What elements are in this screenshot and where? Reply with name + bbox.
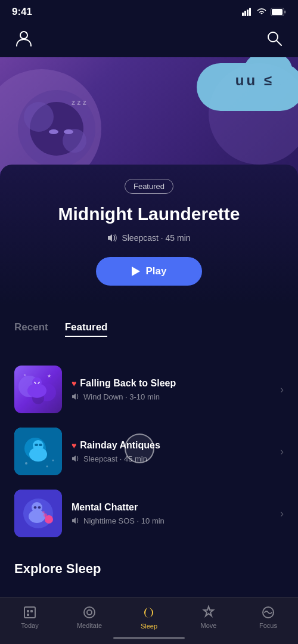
play-triangle-icon bbox=[132, 267, 140, 276]
hero-image: uu ≤ z z z bbox=[0, 57, 298, 177]
svg-point-40 bbox=[38, 506, 41, 509]
nav-meditate-label: Meditate bbox=[77, 622, 102, 629]
heart-icon: ♥ bbox=[72, 441, 76, 450]
play-label: Play bbox=[146, 265, 167, 277]
speaker-small-icon bbox=[72, 455, 80, 462]
svg-point-21 bbox=[32, 377, 42, 387]
tabs-row: Recent Featured bbox=[14, 321, 284, 337]
svg-rect-6 bbox=[284, 11, 286, 14]
focus-icon bbox=[261, 605, 275, 620]
nav-focus-label: Focus bbox=[259, 622, 277, 629]
featured-content: Featured Midnight Launderette Sleepcast … bbox=[0, 165, 298, 305]
status-bar: 9:41 bbox=[0, 0, 298, 23]
list-item[interactable]: ♥ Rainday Antiques Sleepcast · 45 min › bbox=[14, 420, 284, 482]
meditate-icon bbox=[82, 605, 97, 620]
svg-text:z z z: z z z bbox=[72, 98, 86, 107]
svg-rect-5 bbox=[272, 9, 283, 15]
profile-button[interactable] bbox=[14, 29, 33, 48]
list-items: ★ ★ ♥ Falling Back to Sleep Wind Down · … bbox=[0, 358, 298, 544]
item-thumbnail: ★ ★ bbox=[14, 366, 62, 413]
explore-title: Explore Sleep bbox=[14, 561, 284, 577]
tab-recent[interactable]: Recent bbox=[14, 321, 48, 337]
speaker-small-icon bbox=[72, 517, 80, 524]
item-thumbnail bbox=[14, 428, 62, 475]
item-title: Mental Chatter bbox=[72, 502, 271, 513]
svg-rect-3 bbox=[249, 8, 251, 16]
item-info: Mental Chatter Nighttime SOS · 10 min bbox=[72, 502, 271, 525]
nav-focus[interactable]: Focus bbox=[238, 605, 298, 629]
item-title: ♥ Falling Back to Sleep bbox=[72, 378, 271, 389]
status-icons bbox=[242, 8, 286, 16]
nav-today[interactable]: Today bbox=[0, 605, 60, 629]
svg-rect-46 bbox=[30, 610, 33, 612]
svg-point-43 bbox=[42, 511, 45, 513]
featured-badge: Featured bbox=[125, 179, 173, 194]
svg-rect-1 bbox=[244, 11, 246, 16]
wifi-icon bbox=[256, 8, 267, 16]
svg-rect-0 bbox=[242, 13, 244, 16]
svg-point-32 bbox=[25, 462, 27, 465]
svg-marker-50 bbox=[204, 606, 213, 616]
nav-move[interactable]: Move bbox=[179, 605, 238, 629]
item-info: ♥ Falling Back to Sleep Wind Down · 3-10… bbox=[72, 378, 271, 401]
svg-point-15 bbox=[64, 129, 73, 134]
search-icon bbox=[266, 30, 282, 46]
search-button[interactable] bbox=[265, 29, 284, 48]
svg-point-49 bbox=[87, 610, 92, 615]
hero-character: z z z bbox=[12, 69, 101, 171]
nav-move-label: Move bbox=[201, 622, 217, 629]
svg-point-42 bbox=[44, 513, 47, 517]
home-indicator bbox=[113, 637, 185, 639]
item-meta: Nighttime SOS · 10 min bbox=[72, 516, 271, 525]
svg-point-31 bbox=[39, 444, 42, 446]
nav-sleep[interactable]: Sleep bbox=[119, 605, 179, 630]
item-title: ♥ Rainday Antiques bbox=[72, 440, 271, 451]
svg-rect-2 bbox=[247, 10, 249, 16]
featured-meta-text: Sleepcast · 45 min bbox=[122, 233, 190, 243]
item-info: ♥ Rainday Antiques Sleepcast · 45 min bbox=[72, 440, 271, 463]
svg-point-39 bbox=[34, 506, 37, 509]
rainy-thumb-art bbox=[14, 428, 62, 475]
mental-thumb-art bbox=[14, 490, 62, 537]
svg-rect-47 bbox=[27, 614, 29, 616]
explore-section: Explore Sleep bbox=[0, 544, 298, 586]
move-icon bbox=[201, 605, 216, 620]
person-icon bbox=[16, 30, 32, 47]
svg-point-7 bbox=[20, 32, 27, 39]
nav-today-label: Today bbox=[21, 622, 38, 629]
nav-meditate[interactable]: Meditate bbox=[60, 605, 119, 629]
svg-point-33 bbox=[46, 466, 48, 467]
chevron-right-icon: › bbox=[280, 445, 284, 458]
tab-featured[interactable]: Featured bbox=[65, 321, 108, 337]
chevron-right-icon: › bbox=[280, 383, 284, 396]
heart-icon: ♥ bbox=[72, 379, 76, 388]
status-time: 9:41 bbox=[12, 6, 32, 18]
svg-point-12 bbox=[24, 102, 54, 132]
sleep-icon bbox=[141, 605, 157, 620]
falling-thumb-art: ★ ★ bbox=[14, 366, 62, 413]
header bbox=[0, 23, 298, 57]
featured-meta: Sleepcast · 45 min bbox=[14, 233, 284, 243]
svg-point-34 bbox=[52, 460, 54, 462]
svg-text:★: ★ bbox=[23, 373, 26, 377]
speaker-small-icon bbox=[72, 393, 80, 400]
play-button[interactable]: Play bbox=[96, 257, 203, 286]
item-thumbnail bbox=[14, 490, 62, 537]
list-item[interactable]: Mental Chatter Nighttime SOS · 10 min › bbox=[14, 482, 284, 544]
featured-title: Midnight Launderette bbox=[14, 203, 284, 225]
svg-line-9 bbox=[277, 41, 281, 45]
svg-rect-45 bbox=[27, 610, 29, 612]
svg-point-14 bbox=[49, 129, 58, 134]
tabs-section: Recent Featured bbox=[0, 305, 298, 358]
nav-sleep-label: Sleep bbox=[141, 623, 157, 630]
chevron-right-icon: › bbox=[280, 507, 284, 520]
list-item[interactable]: ★ ★ ♥ Falling Back to Sleep Wind Down · … bbox=[14, 358, 284, 420]
battery-icon bbox=[271, 8, 286, 16]
item-meta: Sleepcast · 45 min bbox=[72, 454, 271, 463]
signal-icon bbox=[242, 8, 253, 16]
today-icon bbox=[23, 605, 37, 620]
svg-rect-44 bbox=[24, 607, 35, 618]
svg-point-30 bbox=[35, 444, 38, 446]
item-meta: Wind Down · 3-10 min bbox=[72, 392, 271, 401]
svg-point-48 bbox=[84, 607, 95, 618]
